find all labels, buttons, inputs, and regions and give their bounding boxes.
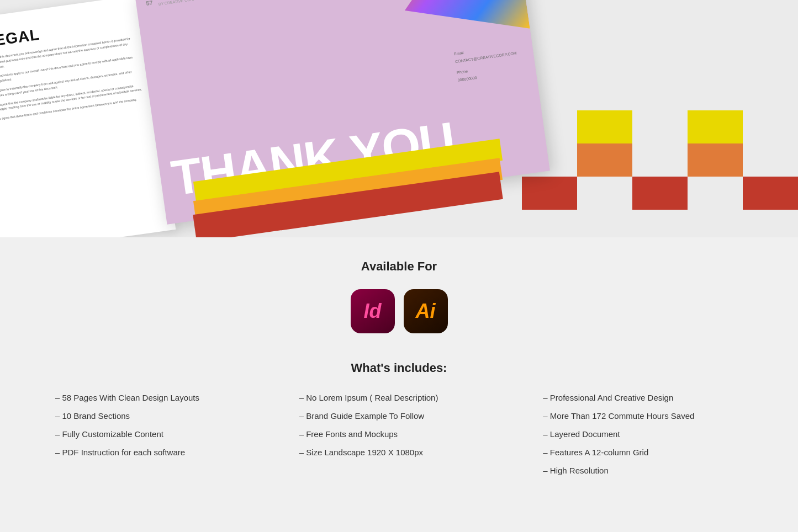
feature-2-1: – No Lorem Ipsum ( Real Description)	[299, 392, 499, 403]
indesign-icon: Id	[351, 289, 395, 333]
hero-area: LEGAL By using this document you acknowl…	[0, 0, 798, 237]
feature-1-3: – Fully Customizable Content	[55, 428, 255, 440]
feature-3-3: – Layered Document	[543, 428, 743, 440]
features-col-2: – No Lorem Ipsum ( Real Description) – B…	[277, 392, 521, 483]
feature-3-2: – More Than 172 Commute Hours Saved	[543, 410, 743, 422]
feature-2-2: – Brand Guide Example To Follow	[299, 410, 499, 422]
page-number: 57	[146, 0, 154, 7]
available-title: Available For	[0, 259, 798, 274]
feature-1-2: – 10 Brand Sections	[55, 410, 255, 422]
features-col-3: – Professional And Creative Design – Mor…	[521, 392, 765, 483]
features-col-1: – 58 Pages With Clean Design Layouts – 1…	[33, 392, 277, 483]
illustrator-icon: Ai	[404, 289, 448, 333]
feature-3-5: – High Resolution	[543, 465, 743, 476]
feature-1-1: – 58 Pages With Clean Design Layouts	[55, 392, 255, 403]
features-grid: – 58 Pages With Clean Design Layouts – 1…	[0, 392, 798, 483]
lower-section: Available For Id Ai What's includes: – 5…	[0, 237, 798, 510]
contact-info: Email CONTACT@CREATIVECORP.COM Phone 000…	[453, 42, 520, 84]
brand-label: BRAND GUIDELINES BY CREATIVE CORP	[157, 0, 197, 7]
app-icons-row: Id Ai	[0, 289, 798, 333]
abstract-art	[398, 0, 530, 45]
includes-title: What's includes:	[0, 361, 798, 375]
available-section: Available For Id Ai	[0, 259, 798, 333]
checker-pattern	[522, 110, 798, 210]
feature-2-4: – Size Landscape 1920 X 1080px	[299, 446, 499, 458]
feature-3-4: – Features A 12-column Grid	[543, 446, 743, 458]
feature-2-3: – Free Fonts and Mockups	[299, 428, 499, 440]
feature-1-4: – PDF Instruction for each software	[55, 446, 255, 458]
includes-section: What's includes:	[0, 361, 798, 375]
feature-3-1: – Professional And Creative Design	[543, 392, 743, 403]
